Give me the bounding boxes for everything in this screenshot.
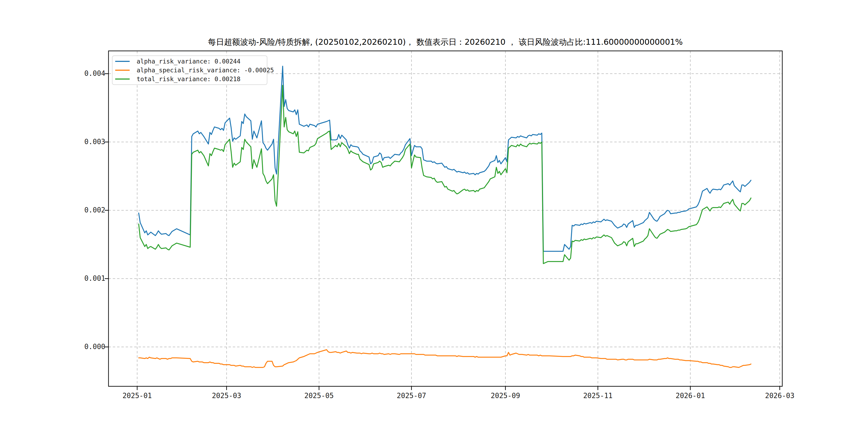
figure: 每日超额波动-风险/特质拆解, (20250102,20260210)， 数值表… xyxy=(0,0,868,434)
series-line-alpha_risk_variance xyxy=(139,66,751,251)
y-tick-label: 0.002 xyxy=(73,206,105,214)
x-tick-label: 2025-07 xyxy=(385,392,438,400)
x-tick-label: 2025-05 xyxy=(292,392,346,400)
legend-box: alpha_risk_variance: 0.00244 alpha_speci… xyxy=(112,56,267,85)
legend-item-total-risk-variance: total_risk_variance: 0.00218 xyxy=(113,75,267,83)
legend-label: alpha_risk_variance: 0.00244 xyxy=(136,58,241,65)
series-line-alpha_special_risk_variance xyxy=(139,350,751,367)
legend-item-alpha-risk-variance: alpha_risk_variance: 0.00244 xyxy=(113,57,267,66)
legend-label: alpha_special_risk_variance: -0.00025 xyxy=(136,67,274,74)
x-tick-label: 2025-09 xyxy=(479,392,532,400)
x-tick-label: 2025-11 xyxy=(571,392,625,400)
x-tick-label: 2026-01 xyxy=(663,392,717,400)
x-tick-label: 2025-03 xyxy=(200,392,253,400)
y-tick-label: 0.004 xyxy=(73,69,105,78)
legend-line-swatch-blue xyxy=(115,61,130,62)
series-line-total_risk_variance xyxy=(139,85,751,264)
x-tick-label: 2026-03 xyxy=(753,392,807,400)
legend-label: total_risk_variance: 0.00218 xyxy=(136,75,241,83)
legend-line-swatch-green xyxy=(115,79,130,80)
y-tick-label: 0.000 xyxy=(73,343,105,351)
legend-line-swatch-orange xyxy=(115,70,130,71)
y-tick-label: 0.001 xyxy=(73,274,105,282)
x-tick-label: 2025-01 xyxy=(111,392,164,400)
y-tick-label: 0.003 xyxy=(73,138,105,146)
chart-title: 每日超额波动-风险/特质拆解, (20250102,20260210)， 数值表… xyxy=(108,37,782,46)
plot-border xyxy=(108,51,782,386)
legend-item-alpha-special-risk-variance: alpha_special_risk_variance: -0.00025 xyxy=(113,66,267,74)
